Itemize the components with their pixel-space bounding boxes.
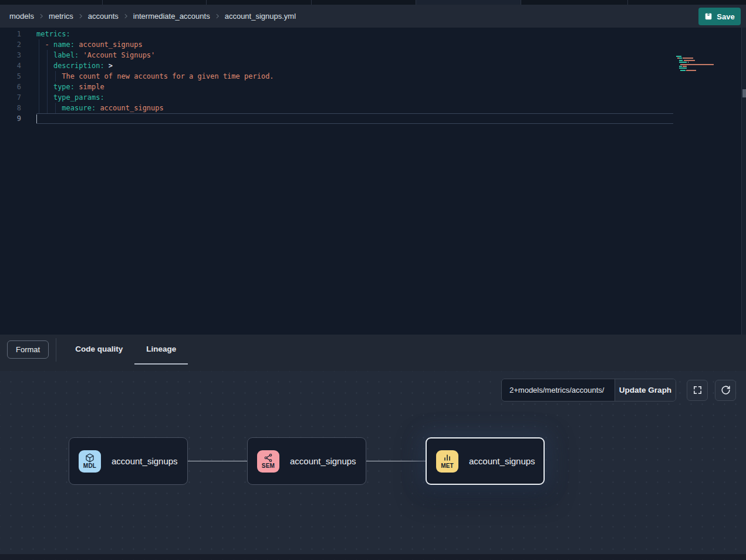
code-token: account_signups [100,104,163,112]
minimap-token [679,60,683,61]
lineage-node-mdl[interactable]: MDLaccount_signups [69,437,188,485]
minimap-token [679,62,687,63]
code-lines: 1metrics:2 - name: account_signups3 labe… [0,28,746,124]
window-tab[interactable] [0,0,103,5]
code-token [79,51,83,59]
save-button[interactable]: Save [698,8,741,25]
window-tab[interactable] [207,0,312,5]
code-line-content: label: 'Account Signups' [36,50,673,60]
minimap-token [680,70,686,71]
lineage-node-sem[interactable]: SEMaccount_signups [247,437,366,485]
indent-guide [47,71,48,82]
code-line[interactable]: 6 type: simple [0,82,746,92]
window-tab[interactable] [103,0,207,5]
breadcrumb-item[interactable]: intermediate_accounts [133,12,210,21]
tab-lineage[interactable]: Lineage [134,335,188,365]
minimap-token [683,66,687,67]
code-line[interactable]: 4 description: > [0,60,746,71]
tab-code-quality[interactable]: Code quality [63,335,134,365]
lineage-edge [366,461,426,462]
minimap-token [676,70,680,71]
text-cursor [36,114,37,123]
refresh-icon [721,385,731,395]
code-editor[interactable]: 1metrics:2 - name: account_signups3 labe… [0,28,746,335]
lineage-node-met[interactable]: METaccount_signups [426,437,545,485]
code-line[interactable]: 2 - name: account_signups [0,39,746,50]
lineage-graph[interactable]: Update Graph MD [0,371,746,560]
window-tab-strip [0,0,746,5]
code-line[interactable]: 3 label: 'Account Signups' [0,50,746,60]
code-token [36,72,62,80]
code-token: metrics: [36,30,70,38]
minimap-token [676,56,681,57]
minimap-token [679,68,687,69]
breadcrumb-item[interactable]: account_signups.yml [225,12,296,21]
code-line[interactable]: 9 [0,113,746,124]
code-line[interactable]: 5 The count of new accounts for a given … [0,71,746,82]
line-number: 4 [0,60,21,71]
share-icon [264,453,273,463]
node-label: account_signups [112,456,178,466]
node-badge-label: MET [441,463,454,469]
breadcrumb: modelsmetricsaccountsintermediate_accoun… [9,12,296,21]
lineage-edge [188,461,247,462]
window-tab-active[interactable] [416,0,521,5]
breadcrumb-item[interactable]: metrics [49,12,73,21]
minimap-token [676,64,680,65]
maximize-icon [693,385,703,395]
minimap-line [676,64,737,65]
editor-scrollbar[interactable] [741,28,746,335]
minimap-line [676,58,737,59]
code-token: simple [79,83,104,91]
minimap-line [676,62,737,63]
code-line[interactable]: 7 type_params: [0,92,746,103]
node-badge: MDL [79,450,101,473]
code-line[interactable]: 1metrics: [0,29,746,39]
code-token: The count of new accounts for a given ti… [62,72,274,80]
code-token: 'Account Signups' [83,51,156,59]
breadcrumb-item[interactable]: models [9,12,34,21]
minimap-line [676,68,737,69]
fullscreen-button[interactable] [687,380,708,401]
bottom-panel: Format Code qualityLineage Update Graph [0,335,746,560]
selector-group: Update Graph [501,379,676,402]
lineage-selector-input[interactable] [502,379,615,401]
scrollbar-thumb[interactable] [742,89,746,97]
save-icon [704,12,713,21]
code-token: description: [53,62,104,70]
node-badge: SEM [257,450,279,473]
window-tab[interactable] [521,0,628,5]
code-token [36,41,45,49]
minimap-token [686,70,696,71]
indent-guide [47,50,48,60]
minimap-token [684,60,696,61]
update-graph-button[interactable]: Update Graph [615,379,676,401]
indent-guide [39,39,39,50]
breadcrumb-item[interactable]: accounts [88,12,119,21]
code-line-content: description: > [36,60,673,71]
code-token: name: [53,41,75,49]
indent-guide [47,92,48,103]
line-number: 5 [0,71,21,82]
minimap-line [676,66,737,67]
window-tab[interactable] [628,0,746,5]
indent-guide [39,60,39,71]
minimap-line [676,60,737,61]
panel-tabs: Code qualityLineage [63,335,188,365]
code-line[interactable]: 8 measure: account_signups [0,103,746,113]
chevron-right-icon [214,13,221,19]
format-button[interactable]: Format [7,340,49,359]
chevron-right-icon [38,13,45,19]
refresh-button[interactable] [715,380,736,401]
minimap[interactable] [676,56,737,72]
line-number: 8 [0,103,21,113]
code-token: label: [53,51,79,59]
minimap-token [683,58,693,59]
indent-guide [39,71,39,82]
code-line-content: - name: account_signups [36,39,673,50]
window-tab[interactable] [312,0,416,5]
minimap-token [680,64,714,65]
graph-footer-shade [0,554,746,560]
node-label: account_signups [469,456,535,466]
code-token: > [109,62,113,70]
